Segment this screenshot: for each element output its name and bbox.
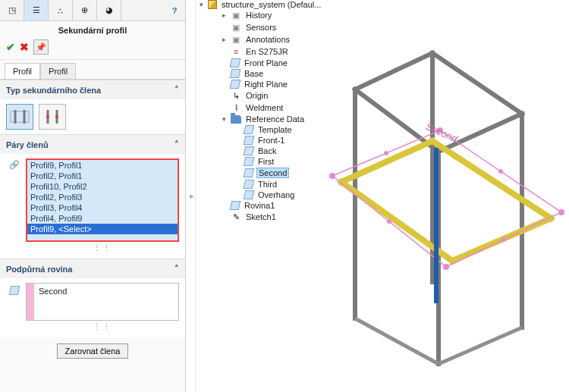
weldment-icon: ⌇ bbox=[231, 102, 241, 113]
panel-tab-2[interactable]: ☰ bbox=[24, 0, 49, 20]
svg-point-26 bbox=[384, 151, 388, 155]
member-pair-item[interactable]: Profil4, Profil9 bbox=[27, 213, 178, 224]
plane-icon bbox=[244, 136, 255, 145]
tree-item-label: Base bbox=[243, 69, 265, 78]
support-plane-header[interactable]: Podpůrná rovina ˄ bbox=[0, 259, 185, 278]
tree-item[interactable]: Template bbox=[208, 124, 334, 135]
member-pair-item[interactable]: Profil3, Profil4 bbox=[27, 202, 178, 213]
field-resize-handle[interactable]: ⋮⋮ bbox=[26, 321, 179, 333]
chevron-up-icon: ˄ bbox=[174, 85, 179, 95]
pin-button[interactable]: 📌 bbox=[33, 39, 49, 55]
graphics-viewport[interactable]: Second bbox=[319, 0, 569, 392]
expander-icon[interactable]: ▾ bbox=[197, 1, 205, 8]
panel-tab-5[interactable]: ◕ bbox=[97, 0, 121, 20]
plane-icon bbox=[244, 157, 255, 166]
support-plane-value: Second bbox=[34, 284, 178, 320]
panel-tab-4[interactable]: ⊕ bbox=[73, 0, 97, 20]
expander-icon[interactable]: ▸ bbox=[220, 11, 228, 19]
member-type-header[interactable]: Typ sekundárního člena ˄ bbox=[0, 80, 185, 99]
plane-icon bbox=[230, 201, 241, 210]
tree-item[interactable]: Third bbox=[208, 179, 334, 190]
panel-splitter[interactable]: ▸ bbox=[188, 0, 196, 392]
panel-tabstrip: ◳ ☰ ⛬ ⊕ ◕ ? bbox=[0, 0, 185, 21]
property-panel: ◳ ☰ ⛬ ⊕ ◕ ? Sekundární profil ✔ ✖ 📌 Prof… bbox=[0, 0, 186, 392]
svg-point-22 bbox=[329, 173, 335, 179]
support-plane-section: Podpůrná rovina ˄ Second ⋮⋮ Zarovnat čle… bbox=[0, 259, 185, 365]
pair-link-icon[interactable]: 🔗 bbox=[6, 158, 23, 242]
ok-button[interactable]: ✔ bbox=[6, 41, 15, 53]
generic-icon: ▣ bbox=[231, 10, 241, 20]
align-member-button[interactable]: Zarovnat člena bbox=[57, 343, 129, 359]
tree-item-label: Right Plane bbox=[243, 80, 289, 89]
tree-item[interactable]: Base bbox=[208, 68, 334, 79]
help-icon: ? bbox=[172, 6, 178, 15]
tree-item[interactable]: Front-1 bbox=[208, 135, 334, 146]
tree-item[interactable]: Second bbox=[208, 167, 334, 179]
tree-item[interactable]: Rovina1 bbox=[208, 200, 334, 211]
svg-point-29 bbox=[387, 219, 391, 224]
cancel-button[interactable]: ✖ bbox=[20, 41, 29, 53]
tree-item[interactable]: ↳Origin bbox=[208, 89, 334, 102]
member-pair-item[interactable]: Profil9, Profil1 bbox=[27, 160, 178, 171]
list-resize-handle[interactable]: ⋮⋮ bbox=[26, 242, 179, 254]
expander-icon[interactable]: ▾ bbox=[220, 115, 228, 123]
tree-item[interactable]: ▸▣History bbox=[208, 9, 334, 21]
tree-item-label: Sensors bbox=[244, 23, 278, 32]
member-pair-item[interactable]: Profil10, Profil2 bbox=[27, 181, 178, 192]
generic-icon: ▣ bbox=[231, 34, 241, 45]
member-pair-item[interactable]: Profil2, Profil3 bbox=[27, 192, 178, 202]
svg-rect-0 bbox=[11, 111, 29, 122]
tree-item[interactable]: Overhang bbox=[208, 190, 334, 200]
subtab-profil-1[interactable]: Profil bbox=[5, 63, 40, 79]
tree-item[interactable]: ▾Reference Data bbox=[208, 114, 334, 124]
grip-icon: ⋮⋮ bbox=[93, 322, 112, 332]
tree-item[interactable]: ⌇Weldment bbox=[208, 102, 334, 114]
member-pair-item[interactable]: Profil2, Profil1 bbox=[27, 171, 178, 181]
tree-item-label: Annotations bbox=[244, 35, 291, 44]
tree-item[interactable]: Front Plane bbox=[208, 58, 334, 68]
appearance-icon: ◕ bbox=[104, 5, 115, 16]
member-pairs-label: Páry členů bbox=[6, 140, 49, 149]
tree-item-label: Front-1 bbox=[256, 136, 286, 145]
tree-item[interactable]: ▣Sensors bbox=[208, 21, 334, 33]
grip-icon: ⋮⋮ bbox=[93, 243, 112, 253]
member-pairs-header[interactable]: Páry členů ˄ bbox=[0, 135, 185, 154]
svg-point-27 bbox=[498, 169, 503, 174]
panel-tab-3[interactable]: ⛬ bbox=[49, 0, 73, 20]
sketch-icon: ✎ bbox=[231, 212, 241, 222]
svg-line-18 bbox=[432, 141, 551, 218]
command-row: ✔ ✖ 📌 bbox=[0, 38, 185, 60]
help-button[interactable]: ? bbox=[164, 0, 185, 20]
tree-item[interactable]: ✎Sketch1 bbox=[208, 211, 334, 223]
svg-line-11 bbox=[355, 53, 432, 89]
property-mgr-icon: ☰ bbox=[31, 5, 42, 16]
tree-item[interactable]: ≡En S275JR bbox=[208, 45, 334, 58]
member-type-support-plane[interactable] bbox=[6, 104, 33, 130]
tree-item-label: Third bbox=[256, 180, 278, 189]
member-pairs-list[interactable]: Profil9, Profil1Profil2, Profil1Profil10… bbox=[26, 158, 179, 242]
plane-icon bbox=[230, 58, 241, 67]
tree-item[interactable]: Back bbox=[208, 146, 334, 156]
svg-line-12 bbox=[432, 53, 522, 114]
tree-item-label: First bbox=[256, 157, 275, 166]
tree-item[interactable]: ▸▣Annotations bbox=[208, 33, 334, 45]
selection-color-swatch bbox=[27, 284, 34, 320]
member-pair-item[interactable]: Profil9, <Select> bbox=[27, 224, 178, 234]
feature-tree-icon: ◳ bbox=[7, 5, 17, 16]
plane-icon bbox=[244, 146, 255, 155]
tree-item-label: En S275JR bbox=[244, 47, 290, 56]
plane-icon bbox=[244, 168, 255, 177]
panel-title: Sekundární profil bbox=[0, 21, 185, 38]
expander-icon[interactable]: ▸ bbox=[220, 36, 228, 43]
plane-icon bbox=[230, 69, 241, 78]
subtab-profil-2[interactable]: Profil bbox=[40, 63, 76, 79]
support-plane-field[interactable]: Second bbox=[26, 283, 179, 321]
tree-item-label: Overhang bbox=[256, 190, 296, 199]
tree-item[interactable]: Right Plane bbox=[208, 79, 334, 89]
tree-root[interactable]: ▾ structure_system (Defaul... bbox=[197, 0, 334, 9]
member-type-up-to[interactable] bbox=[39, 104, 66, 130]
tree-item[interactable]: First bbox=[208, 156, 334, 167]
part-icon bbox=[208, 0, 217, 9]
target-icon: ⊕ bbox=[80, 5, 90, 16]
panel-tab-1[interactable]: ◳ bbox=[0, 0, 24, 20]
